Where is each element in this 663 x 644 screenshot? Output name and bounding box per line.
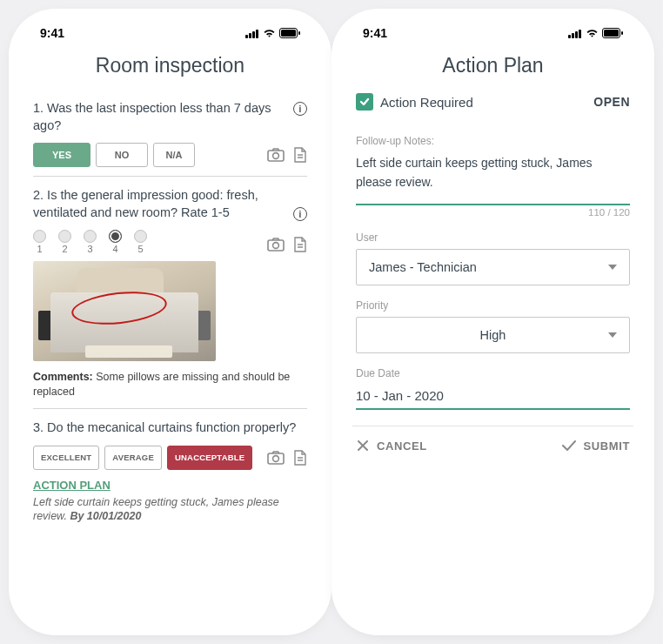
- question-3-text: 3. Do the mecanical curtains function pr…: [33, 419, 307, 437]
- inspection-photo[interactable]: [33, 261, 216, 361]
- action-header: Action Required OPEN: [356, 90, 630, 121]
- status-icons: [568, 28, 623, 38]
- svg-rect-15: [575, 31, 578, 38]
- action-required-checkbox[interactable]: [356, 93, 373, 111]
- svg-rect-13: [568, 35, 571, 38]
- svg-point-10: [273, 243, 279, 249]
- document-icon[interactable]: [293, 147, 307, 163]
- svg-rect-9: [268, 240, 284, 251]
- battery-icon: [602, 28, 623, 38]
- action-plan-link[interactable]: ACTION PLAN: [33, 479, 307, 492]
- rating-radios: 1 2 3 4 5: [33, 230, 147, 254]
- due-date-label: Due Date: [356, 367, 630, 379]
- svg-rect-5: [281, 30, 296, 37]
- info-icon[interactable]: i: [293, 102, 307, 116]
- priority-label: Priority: [356, 299, 630, 312]
- svg-point-8: [273, 153, 279, 159]
- user-value: James - Technician: [369, 260, 477, 274]
- question-1-text: 1. Was the last inspection less than 7 d…: [33, 100, 286, 134]
- question-1: 1. Was the last inspection less than 7 d…: [33, 90, 307, 176]
- wifi-icon: [586, 29, 599, 38]
- page-title: Room inspection: [17, 44, 323, 90]
- rating-4[interactable]: 4: [109, 230, 122, 254]
- close-icon: [356, 439, 370, 453]
- comments-label: Comments:: [33, 371, 93, 383]
- rating-2[interactable]: 2: [58, 230, 71, 254]
- info-icon[interactable]: i: [293, 207, 307, 221]
- excellent-button[interactable]: EXCELLENT: [33, 446, 99, 470]
- chevron-down-icon: [608, 265, 617, 270]
- camera-icon[interactable]: [267, 451, 285, 465]
- priority-value: High: [480, 328, 506, 342]
- svg-rect-1: [249, 33, 251, 38]
- due-date-input[interactable]: 10 - Jan - 2020: [356, 383, 630, 410]
- phone-room-inspection: 9:41 Room inspection 1. Was the last ins…: [17, 17, 323, 627]
- notch: [105, 17, 236, 38]
- question-3: 3. Do the mecanical curtains function pr…: [33, 408, 307, 533]
- no-button[interactable]: NO: [96, 143, 148, 167]
- svg-rect-6: [298, 31, 300, 35]
- unacceptable-button[interactable]: UNACCEPTABLE: [167, 446, 252, 470]
- action-plan-content: Action Required OPEN Follow-up Notes: Le…: [340, 90, 646, 627]
- page-title: Action Plan: [340, 44, 646, 90]
- submit-button[interactable]: SUBMIT: [561, 439, 630, 453]
- comments-text: Comments: Some pillows are missing and s…: [33, 370, 307, 399]
- user-select[interactable]: James - Technician: [356, 249, 630, 285]
- svg-rect-11: [268, 453, 284, 464]
- question-2: 2. Is the general impression good: fresh…: [33, 176, 307, 408]
- svg-rect-16: [579, 30, 581, 38]
- yes-button[interactable]: YES: [33, 143, 90, 167]
- notch: [428, 17, 559, 38]
- status-time: 9:41: [40, 26, 64, 40]
- user-label: User: [356, 231, 630, 244]
- char-count: 110 / 120: [356, 207, 630, 218]
- svg-rect-19: [621, 31, 623, 35]
- document-icon[interactable]: [293, 450, 307, 466]
- question-2-text: 2. Is the general impression good: fresh…: [33, 187, 286, 221]
- chevron-down-icon: [608, 332, 617, 338]
- svg-rect-14: [572, 33, 574, 38]
- wifi-icon: [263, 29, 276, 38]
- svg-rect-0: [245, 35, 248, 38]
- svg-rect-2: [252, 31, 255, 38]
- phone-action-plan: 9:41 Action Plan Action Required OPEN Fo…: [340, 17, 646, 627]
- camera-icon[interactable]: [267, 148, 285, 162]
- status-icons: [245, 28, 300, 38]
- na-button[interactable]: N/A: [153, 143, 195, 167]
- battery-icon: [279, 28, 300, 38]
- status-badge: OPEN: [593, 95, 630, 109]
- average-button[interactable]: AVERAGE: [104, 446, 162, 470]
- signal-icon: [245, 29, 259, 38]
- camera-icon[interactable]: [267, 238, 285, 252]
- svg-rect-18: [604, 30, 619, 37]
- action-required-label: Action Required: [380, 95, 473, 110]
- rating-3[interactable]: 3: [84, 230, 97, 254]
- footer: CANCEL SUBMIT: [352, 426, 633, 461]
- status-time: 9:41: [363, 26, 387, 40]
- signal-icon: [568, 29, 582, 38]
- document-icon[interactable]: [293, 237, 307, 252]
- svg-rect-3: [256, 30, 258, 38]
- cancel-button[interactable]: CANCEL: [356, 439, 427, 453]
- notes-input[interactable]: Left side curtain keeps getting stuck, J…: [356, 152, 630, 205]
- rating-1[interactable]: 1: [33, 230, 46, 254]
- check-icon: [561, 439, 577, 452]
- priority-select[interactable]: High: [356, 317, 630, 353]
- inspection-content: 1. Was the last inspection less than 7 d…: [17, 90, 323, 627]
- rating-5[interactable]: 5: [134, 230, 147, 254]
- svg-point-12: [273, 455, 279, 461]
- action-plan-note: Left side curtain keeps getting stuck, J…: [33, 495, 307, 525]
- notes-label: Follow-up Notes:: [356, 135, 630, 147]
